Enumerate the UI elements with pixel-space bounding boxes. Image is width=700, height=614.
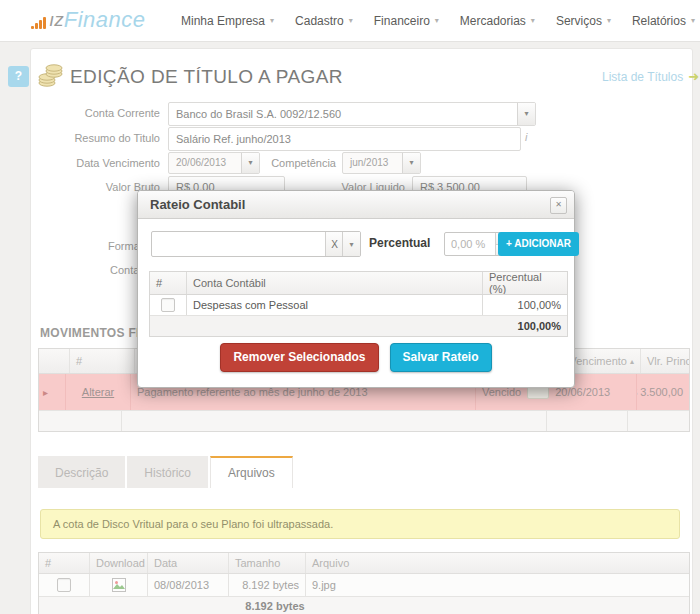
- rateio-contabil-modal: Rateio Contabil ✕ X ▾ Percentual 0,00 % …: [137, 190, 575, 388]
- image-file-icon[interactable]: [112, 578, 126, 592]
- chevron-down-icon[interactable]: ▾: [402, 153, 420, 173]
- files-total-size: 8.192 bytes: [214, 597, 336, 614]
- chevron-down-icon: ▾: [691, 16, 695, 25]
- resumo-input[interactable]: Salário Ref. junho/2013: [168, 127, 521, 151]
- menu-label: Mercadorias: [460, 14, 526, 28]
- file-name: 9.jpg: [306, 574, 689, 596]
- rateio-row[interactable]: Despesas com Pessoal 100,00%: [150, 295, 567, 316]
- conta-contabil-combobox[interactable]: X ▾: [151, 231, 361, 257]
- logo-name: Finance: [64, 6, 146, 34]
- lista-de-titulos-link[interactable]: Lista de Títulos➜: [602, 69, 699, 84]
- rateio-table-footer: 100,00%: [150, 316, 567, 336]
- chevron-down-icon: ▾: [531, 16, 535, 25]
- adicionar-button[interactable]: + ADICIONAR: [498, 232, 579, 256]
- menu-label: Cadastro: [295, 14, 344, 28]
- files-table: # Download Data Tamanho Arquivo 08/08/20…: [38, 552, 690, 614]
- vencimento-header-label: Vencimento: [569, 355, 626, 367]
- expand-column-header: [39, 349, 70, 373]
- app-screen: ız Finance Minha Empresa▾ Cadastro▾ Fina…: [0, 0, 700, 614]
- percentual-value: 0,00 %: [451, 238, 485, 250]
- file-download-header[interactable]: Download: [90, 553, 148, 573]
- alterar-link[interactable]: Alterar: [82, 386, 114, 398]
- expand-icon[interactable]: ▸: [39, 374, 66, 410]
- modal-title: Rateio Contabil: [150, 191, 245, 218]
- rateio-table: # Conta Contábil Percentual (%) Despesas…: [149, 271, 568, 337]
- competencia-label: Competência: [206, 157, 336, 169]
- app-logo[interactable]: ız Finance: [31, 6, 146, 34]
- link-label: Lista de Títulos: [602, 70, 683, 84]
- logo-bars-icon: [31, 17, 47, 34]
- modal-buttons: Remover Selecionados Salvar Rateio: [138, 343, 574, 372]
- files-table-footer: 8.192 bytes: [39, 596, 689, 614]
- menu-servicos[interactable]: Serviços▾: [556, 14, 611, 28]
- chevron-down-icon[interactable]: ▾: [517, 103, 535, 125]
- file-date: 08/08/2013: [148, 574, 229, 596]
- rateio-table-header: # Conta Contábil Percentual (%): [150, 272, 567, 295]
- tab-historico[interactable]: Histórico: [127, 456, 208, 488]
- rateio-row-pct: 100,00%: [483, 295, 567, 315]
- file-size: 8.192 bytes: [229, 574, 306, 596]
- logo-prefix: ız: [49, 6, 64, 34]
- movimentos-table-footer: [39, 410, 689, 431]
- close-icon[interactable]: ✕: [550, 197, 567, 214]
- chevron-down-icon[interactable]: ▾: [342, 232, 360, 256]
- conta-corrente-value: Banco do Brasil S.A. 0092/12.560: [176, 108, 341, 120]
- file-tamanho-header[interactable]: Tamanho: [229, 553, 306, 573]
- files-table-header: # Download Data Tamanho Arquivo: [39, 553, 689, 574]
- remover-selecionados-button[interactable]: Remover Selecionados: [220, 343, 378, 372]
- tab-descricao[interactable]: Descrição: [38, 456, 125, 488]
- menu-relatorios[interactable]: Relatórios▾: [632, 14, 695, 28]
- rateio-row-conta: Despesas com Pessoal: [187, 295, 483, 315]
- rateio-num-header: #: [150, 272, 187, 294]
- conta-corrente-label: Conta Corrente: [30, 107, 160, 119]
- modal-header[interactable]: Rateio Contabil ✕: [138, 191, 574, 219]
- rateio-row-checkbox[interactable]: [161, 298, 175, 312]
- competencia-input[interactable]: jun/2013 ▾: [342, 152, 421, 174]
- disk-quota-alert: A cota de Disco Vritual para o seu Plano…: [40, 509, 680, 539]
- salvar-rateio-button[interactable]: Salvar Rateio: [390, 343, 492, 372]
- data-vencimento-label: Data Vencimento: [30, 157, 160, 169]
- file-checkbox[interactable]: [57, 578, 71, 592]
- file-row[interactable]: 08/08/2013 8.192 bytes 9.jpg: [39, 574, 689, 596]
- rateio-total: 100,00%: [481, 316, 567, 336]
- arrow-right-icon: ➜: [688, 69, 699, 84]
- detail-tabs: Descrição Histórico Arquivos: [38, 456, 295, 488]
- rateio-conta-header: Conta Contábil: [187, 272, 483, 294]
- chevron-down-icon: ▾: [349, 16, 353, 25]
- resumo-label: Resumo do Titulo: [30, 132, 160, 144]
- coins-icon: [37, 61, 65, 89]
- menu-label: Minha Empresa: [181, 14, 265, 28]
- menu-minha-empresa[interactable]: Minha Empresa▾: [181, 14, 274, 28]
- movimento-valor: R$ 3.500,00: [637, 374, 689, 410]
- competencia-value: jun/2013: [350, 157, 388, 168]
- file-num-header[interactable]: #: [39, 553, 90, 573]
- num-column-header[interactable]: #: [70, 349, 135, 373]
- menu-label: Financeiro: [374, 14, 430, 28]
- clear-selection-button[interactable]: X: [325, 232, 343, 256]
- page-title: EDIÇÃO DE TÍTULO A PAGAR: [70, 66, 343, 88]
- sort-up-icon: ▴: [630, 357, 634, 366]
- rateio-pct-header: Percentual (%): [483, 272, 567, 294]
- percentual-label: Percentual: [369, 236, 430, 250]
- help-button[interactable]: ?: [8, 66, 29, 87]
- chevron-down-icon: ▾: [435, 16, 439, 25]
- conta-corrente-select[interactable]: Banco do Brasil S.A. 0092/12.560 ▾: [168, 102, 536, 126]
- tab-arquivos[interactable]: Arquivos: [210, 456, 293, 488]
- menu-label: Serviços: [556, 14, 602, 28]
- menu-label: Relatórios: [632, 14, 686, 28]
- file-data-header[interactable]: Data: [148, 553, 229, 573]
- menu-financeiro[interactable]: Financeiro▾: [374, 14, 439, 28]
- menu-mercadorias[interactable]: Mercadorias▾: [460, 14, 535, 28]
- main-menu: Minha Empresa▾ Cadastro▾ Financeiro▾ Mer…: [181, 0, 700, 41]
- chevron-down-icon: ▾: [607, 16, 611, 25]
- info-icon: i: [525, 131, 527, 143]
- menu-cadastro[interactable]: Cadastro▾: [295, 14, 353, 28]
- file-arquivo-header[interactable]: Arquivo: [306, 553, 689, 573]
- valor-column-header[interactable]: Vlr. Principal: [641, 349, 689, 373]
- top-navbar: ız Finance Minha Empresa▾ Cadastro▾ Fina…: [0, 0, 700, 42]
- resumo-value: Salário Ref. junho/2013: [176, 133, 291, 145]
- chevron-down-icon: ▾: [270, 16, 274, 25]
